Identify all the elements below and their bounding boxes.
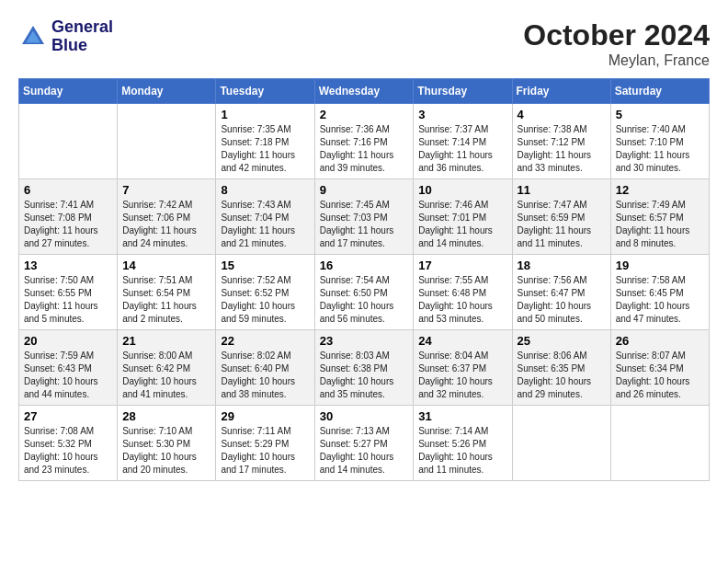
calendar-cell: 7Sunrise: 7:42 AM Sunset: 7:06 PM Daylig…	[118, 179, 216, 255]
day-info: Sunrise: 7:46 AM Sunset: 7:01 PM Dayligh…	[418, 199, 506, 250]
calendar-cell: 27Sunrise: 7:08 AM Sunset: 5:32 PM Dayli…	[19, 406, 118, 481]
page-header: General Blue October 2024 Meylan, France	[18, 18, 710, 69]
day-number: 1	[221, 108, 309, 121]
calendar-cell: 8Sunrise: 7:43 AM Sunset: 7:04 PM Daylig…	[216, 179, 314, 255]
logo-icon	[18, 22, 48, 52]
calendar-cell: 3Sunrise: 7:37 AM Sunset: 7:14 PM Daylig…	[414, 104, 512, 179]
calendar-cell	[512, 406, 610, 481]
day-info: Sunrise: 8:04 AM Sunset: 6:37 PM Dayligh…	[418, 350, 506, 401]
day-number: 28	[122, 409, 210, 423]
day-number: 12	[616, 183, 704, 197]
day-number: 2	[320, 108, 409, 121]
day-info: Sunrise: 7:45 AM Sunset: 7:03 PM Dayligh…	[320, 199, 409, 250]
day-number: 6	[24, 183, 112, 197]
weekday-wednesday: Wednesday	[314, 79, 414, 104]
week-row-4: 20Sunrise: 7:59 AM Sunset: 6:43 PM Dayli…	[19, 330, 710, 406]
calendar-cell: 31Sunrise: 7:14 AM Sunset: 5:26 PM Dayli…	[414, 406, 512, 481]
day-info: Sunrise: 8:06 AM Sunset: 6:35 PM Dayligh…	[518, 350, 606, 401]
calendar-cell: 22Sunrise: 8:02 AM Sunset: 6:40 PM Dayli…	[216, 330, 314, 406]
day-info: Sunrise: 7:37 AM Sunset: 7:14 PM Dayligh…	[418, 123, 506, 175]
day-info: Sunrise: 7:14 AM Sunset: 5:26 PM Dayligh…	[418, 425, 506, 477]
weekday-sunday: Sunday	[19, 79, 118, 104]
day-number: 25	[518, 334, 606, 348]
calendar-cell: 17Sunrise: 7:55 AM Sunset: 6:48 PM Dayli…	[414, 255, 512, 330]
day-number: 27	[24, 409, 112, 423]
calendar-cell: 10Sunrise: 7:46 AM Sunset: 7:01 PM Dayli…	[414, 179, 512, 255]
day-number: 16	[320, 259, 409, 272]
calendar-cell: 9Sunrise: 7:45 AM Sunset: 7:03 PM Daylig…	[314, 179, 414, 255]
day-info: Sunrise: 7:08 AM Sunset: 5:32 PM Dayligh…	[24, 425, 112, 477]
day-info: Sunrise: 7:10 AM Sunset: 5:30 PM Dayligh…	[122, 425, 210, 477]
month-title: October 2024	[523, 18, 710, 52]
calendar-cell	[118, 104, 216, 179]
calendar-cell: 19Sunrise: 7:58 AM Sunset: 6:45 PM Dayli…	[610, 255, 709, 330]
day-number: 22	[221, 334, 309, 348]
logo: General Blue	[18, 18, 113, 55]
day-number: 9	[320, 183, 409, 197]
calendar-body: 1Sunrise: 7:35 AM Sunset: 7:18 PM Daylig…	[19, 104, 710, 481]
day-number: 19	[616, 259, 704, 272]
calendar-cell: 26Sunrise: 8:07 AM Sunset: 6:34 PM Dayli…	[610, 330, 709, 406]
day-number: 18	[518, 259, 606, 272]
day-number: 7	[122, 183, 210, 197]
logo-text: General Blue	[51, 18, 113, 55]
calendar-cell: 25Sunrise: 8:06 AM Sunset: 6:35 PM Dayli…	[512, 330, 610, 406]
day-info: Sunrise: 7:54 AM Sunset: 6:50 PM Dayligh…	[320, 274, 409, 326]
calendar-cell: 28Sunrise: 7:10 AM Sunset: 5:30 PM Dayli…	[118, 406, 216, 481]
day-info: Sunrise: 7:13 AM Sunset: 5:27 PM Dayligh…	[320, 425, 409, 477]
day-number: 26	[616, 334, 704, 348]
calendar-table: SundayMondayTuesdayWednesdayThursdayFrid…	[18, 78, 710, 481]
weekday-friday: Friday	[512, 79, 610, 104]
day-number: 10	[418, 183, 506, 197]
calendar-cell: 12Sunrise: 7:49 AM Sunset: 6:57 PM Dayli…	[610, 179, 709, 255]
calendar-cell: 21Sunrise: 8:00 AM Sunset: 6:42 PM Dayli…	[118, 330, 216, 406]
calendar-cell: 5Sunrise: 7:40 AM Sunset: 7:10 PM Daylig…	[610, 104, 709, 179]
day-number: 5	[616, 108, 704, 121]
day-info: Sunrise: 7:42 AM Sunset: 7:06 PM Dayligh…	[122, 199, 210, 250]
calendar-cell	[610, 406, 709, 481]
day-info: Sunrise: 8:07 AM Sunset: 6:34 PM Dayligh…	[616, 350, 704, 401]
day-number: 20	[24, 334, 112, 348]
day-info: Sunrise: 7:43 AM Sunset: 7:04 PM Dayligh…	[221, 199, 309, 250]
calendar-cell: 20Sunrise: 7:59 AM Sunset: 6:43 PM Dayli…	[19, 330, 118, 406]
week-row-5: 27Sunrise: 7:08 AM Sunset: 5:32 PM Dayli…	[19, 406, 710, 481]
day-info: Sunrise: 7:50 AM Sunset: 6:55 PM Dayligh…	[24, 274, 112, 326]
day-number: 17	[418, 259, 506, 272]
day-number: 24	[418, 334, 506, 348]
calendar-cell: 23Sunrise: 8:03 AM Sunset: 6:38 PM Dayli…	[314, 330, 414, 406]
day-number: 3	[418, 108, 506, 121]
week-row-1: 1Sunrise: 7:35 AM Sunset: 7:18 PM Daylig…	[19, 104, 710, 179]
day-info: Sunrise: 7:40 AM Sunset: 7:10 PM Dayligh…	[616, 123, 704, 175]
calendar-cell: 16Sunrise: 7:54 AM Sunset: 6:50 PM Dayli…	[314, 255, 414, 330]
day-info: Sunrise: 7:36 AM Sunset: 7:16 PM Dayligh…	[320, 123, 409, 175]
day-info: Sunrise: 7:11 AM Sunset: 5:29 PM Dayligh…	[221, 425, 309, 477]
calendar-cell: 6Sunrise: 7:41 AM Sunset: 7:08 PM Daylig…	[19, 179, 118, 255]
calendar-cell: 13Sunrise: 7:50 AM Sunset: 6:55 PM Dayli…	[19, 255, 118, 330]
day-info: Sunrise: 7:49 AM Sunset: 6:57 PM Dayligh…	[616, 199, 704, 250]
calendar-cell: 30Sunrise: 7:13 AM Sunset: 5:27 PM Dayli…	[314, 406, 414, 481]
location-title: Meylan, France	[523, 52, 710, 69]
day-info: Sunrise: 7:47 AM Sunset: 6:59 PM Dayligh…	[518, 199, 606, 250]
day-number: 8	[221, 183, 309, 197]
title-block: October 2024 Meylan, France	[523, 18, 710, 69]
day-info: Sunrise: 7:38 AM Sunset: 7:12 PM Dayligh…	[518, 123, 606, 175]
day-number: 31	[418, 409, 506, 423]
calendar-cell: 18Sunrise: 7:56 AM Sunset: 6:47 PM Dayli…	[512, 255, 610, 330]
day-number: 15	[221, 259, 309, 272]
day-info: Sunrise: 7:59 AM Sunset: 6:43 PM Dayligh…	[24, 350, 112, 401]
week-row-3: 13Sunrise: 7:50 AM Sunset: 6:55 PM Dayli…	[19, 255, 710, 330]
day-info: Sunrise: 8:03 AM Sunset: 6:38 PM Dayligh…	[320, 350, 409, 401]
day-info: Sunrise: 7:41 AM Sunset: 7:08 PM Dayligh…	[24, 199, 112, 250]
calendar-cell: 2Sunrise: 7:36 AM Sunset: 7:16 PM Daylig…	[314, 104, 414, 179]
day-number: 11	[518, 183, 606, 197]
week-row-2: 6Sunrise: 7:41 AM Sunset: 7:08 PM Daylig…	[19, 179, 710, 255]
day-info: Sunrise: 7:51 AM Sunset: 6:54 PM Dayligh…	[122, 274, 210, 326]
day-number: 21	[122, 334, 210, 348]
weekday-saturday: Saturday	[610, 79, 709, 104]
day-number: 13	[24, 259, 112, 272]
calendar-cell: 1Sunrise: 7:35 AM Sunset: 7:18 PM Daylig…	[216, 104, 314, 179]
day-number: 4	[518, 108, 606, 121]
weekday-monday: Monday	[118, 79, 216, 104]
calendar-cell: 15Sunrise: 7:52 AM Sunset: 6:52 PM Dayli…	[216, 255, 314, 330]
calendar-cell: 14Sunrise: 7:51 AM Sunset: 6:54 PM Dayli…	[118, 255, 216, 330]
